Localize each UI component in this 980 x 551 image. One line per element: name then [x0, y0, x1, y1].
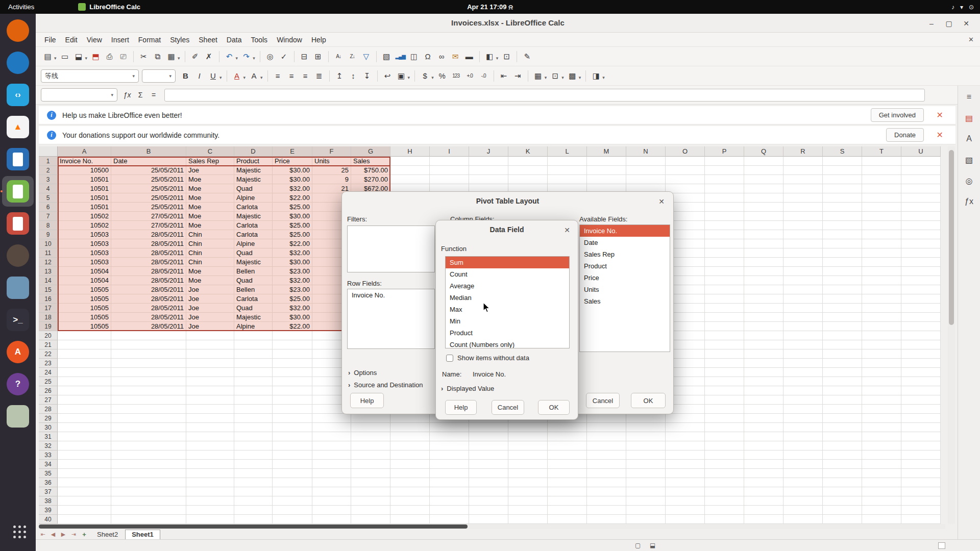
insert-chart-icon[interactable]: ▂▄▆: [394, 50, 407, 63]
cell-P4[interactable]: [705, 184, 744, 193]
cell-A37[interactable]: [58, 487, 111, 496]
cell-S29[interactable]: [823, 414, 862, 423]
cell-O2[interactable]: [666, 166, 705, 175]
cell-A22[interactable]: [58, 349, 111, 359]
cell-R39[interactable]: [783, 506, 823, 515]
cell-E22[interactable]: [273, 349, 312, 359]
cell-R7[interactable]: [783, 212, 823, 221]
dropdown-caret-icon[interactable]: ▾: [545, 75, 547, 80]
cell-L40[interactable]: [548, 515, 587, 524]
next-sheet-button[interactable]: ▶: [58, 531, 68, 538]
cell-C18[interactable]: Joe: [186, 313, 234, 322]
cell-M2[interactable]: [587, 166, 626, 175]
cell-D31[interactable]: [234, 432, 273, 441]
last-sheet-button[interactable]: ⇥: [68, 531, 79, 538]
cell-Q14[interactable]: [744, 276, 783, 285]
cell-U27[interactable]: [901, 395, 941, 405]
add-sheet-button[interactable]: +: [79, 531, 90, 538]
column-header-L[interactable]: L: [548, 146, 587, 157]
align-center-icon[interactable]: ≡: [285, 69, 298, 83]
cell-R15[interactable]: [783, 285, 823, 294]
cell-U7[interactable]: [901, 212, 941, 221]
cell-T40[interactable]: [862, 515, 901, 524]
cell-P39[interactable]: [705, 506, 744, 515]
cell-G32[interactable]: [351, 441, 390, 450]
insert-pivot-table-icon[interactable]: ◫: [408, 50, 421, 63]
cell-C14[interactable]: Moe: [186, 276, 234, 285]
autofilter-icon[interactable]: ▽: [360, 50, 373, 63]
cell-S31[interactable]: [823, 432, 862, 441]
cell-Q27[interactable]: [744, 395, 783, 405]
cell-T36[interactable]: [862, 478, 901, 487]
cell-U21[interactable]: [901, 340, 941, 349]
sidebar-styles-icon[interactable]: A: [962, 132, 977, 146]
cell-O31[interactable]: [666, 432, 705, 441]
cell-T28[interactable]: [862, 405, 901, 414]
cell-D32[interactable]: [234, 441, 273, 450]
column-header-P[interactable]: P: [705, 146, 744, 157]
checkbox-icon[interactable]: [446, 355, 453, 362]
cell-B38[interactable]: [111, 496, 186, 506]
cell-A13[interactable]: 10504: [58, 267, 111, 276]
cell-R40[interactable]: [783, 515, 823, 524]
cell-C30[interactable]: [186, 423, 234, 432]
row-header-5[interactable]: 5: [39, 193, 58, 203]
cell-I30[interactable]: [430, 423, 469, 432]
insert-image-icon[interactable]: ▧: [380, 50, 393, 63]
dock-settings[interactable]: [2, 401, 34, 432]
cell-J32[interactable]: [469, 441, 508, 450]
cell-Q35[interactable]: [744, 469, 783, 478]
save-icon[interactable]: ⬓: [72, 50, 85, 63]
cell-T37[interactable]: [862, 487, 901, 496]
column-header-B[interactable]: B: [111, 146, 186, 157]
cell-Q23[interactable]: [744, 359, 783, 368]
cell-Q24[interactable]: [744, 368, 783, 377]
cell-A21[interactable]: [58, 340, 111, 349]
cell-D4[interactable]: Quad: [234, 184, 273, 193]
cell-T12[interactable]: [862, 258, 901, 267]
menu-format[interactable]: Format: [134, 34, 165, 46]
dropdown-caret-icon[interactable]: ▾: [243, 75, 246, 80]
cell-Q16[interactable]: [744, 294, 783, 304]
cell-D3[interactable]: Majestic: [234, 175, 273, 184]
cell-S34[interactable]: [823, 460, 862, 469]
dropdown-caret-icon[interactable]: ▾: [579, 75, 581, 80]
cell-R10[interactable]: [783, 239, 823, 248]
cell-S25[interactable]: [823, 377, 862, 386]
cell-B9[interactable]: 28/05/2011: [111, 230, 186, 239]
cell-J39[interactable]: [469, 506, 508, 515]
cell-A7[interactable]: 10502: [58, 212, 111, 221]
headers-footers-icon[interactable]: ▬: [463, 50, 476, 63]
cell-U9[interactable]: [901, 230, 941, 239]
help-button[interactable]: Help: [350, 393, 384, 408]
menu-edit[interactable]: Edit: [61, 34, 82, 46]
cell-T11[interactable]: [862, 248, 901, 258]
cell-H30[interactable]: [390, 423, 430, 432]
cell-F34[interactable]: [312, 460, 351, 469]
cell-U40[interactable]: [901, 515, 941, 524]
row-header-40[interactable]: 40: [39, 515, 58, 524]
column-header-M[interactable]: M: [587, 146, 626, 157]
cell-S8[interactable]: [823, 221, 862, 230]
cell-H29[interactable]: [390, 414, 430, 423]
cell-C6[interactable]: Moe: [186, 203, 234, 212]
delete-decimal-icon[interactable]: -.0: [477, 69, 490, 83]
cell-S37[interactable]: [823, 487, 862, 496]
cell-L31[interactable]: [548, 432, 587, 441]
cell-A35[interactable]: [58, 469, 111, 478]
cell-P37[interactable]: [705, 487, 744, 496]
sort-descending-icon[interactable]: Z↓: [346, 50, 359, 63]
cell-E40[interactable]: [273, 515, 312, 524]
border-style-icon[interactable]: ⊡: [549, 69, 561, 83]
cell-A29[interactable]: [58, 414, 111, 423]
cell-P38[interactable]: [705, 496, 744, 506]
cell-B10[interactable]: 28/05/2011: [111, 239, 186, 248]
cell-Q30[interactable]: [744, 423, 783, 432]
cell-T27[interactable]: [862, 395, 901, 405]
dock-libreoffice-writer[interactable]: [2, 144, 34, 174]
cell-T9[interactable]: [862, 230, 901, 239]
cell-D35[interactable]: [234, 469, 273, 478]
cell-S11[interactable]: [823, 248, 862, 258]
cell-T17[interactable]: [862, 304, 901, 313]
cell-G2[interactable]: $750.00: [351, 166, 390, 175]
